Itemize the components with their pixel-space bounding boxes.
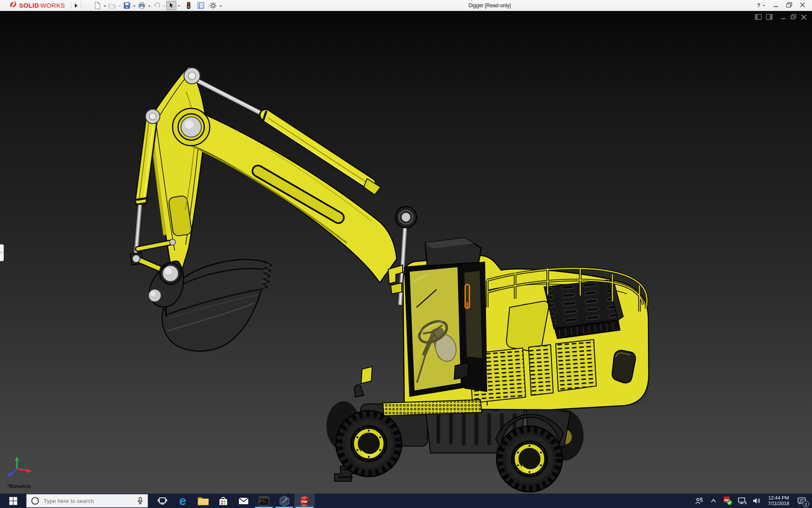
titlebar: SOLIDWORKS xyxy=(0,0,812,11)
feature-panel-tab[interactable] xyxy=(0,244,4,261)
task-view-button[interactable] xyxy=(152,494,173,508)
taskbar-search[interactable] xyxy=(26,494,148,508)
reference-triad xyxy=(8,456,32,477)
taskbar-app-command-prompt[interactable]: C:\_ xyxy=(254,494,274,508)
people-button[interactable] xyxy=(693,494,705,508)
edrawings-hexagon-icon xyxy=(279,495,290,507)
select-dropdown[interactable] xyxy=(177,2,181,9)
help-menu[interactable]: ? xyxy=(757,2,765,8)
network-button[interactable] xyxy=(736,494,749,508)
start-button[interactable] xyxy=(0,494,26,508)
notification-badge: 2 xyxy=(803,501,809,507)
brand-works: WORKS xyxy=(40,2,65,9)
help-label: ? xyxy=(757,2,760,8)
cab-step xyxy=(361,367,372,384)
deck-panel xyxy=(507,301,549,352)
windows-logo-icon xyxy=(9,497,17,505)
new-document-icon xyxy=(93,2,101,9)
command-prompt-icon: C:\_ xyxy=(258,496,269,506)
undo-dropdown[interactable] xyxy=(162,2,166,9)
action-center-button[interactable]: 2 xyxy=(794,494,809,508)
speaker-icon xyxy=(752,497,761,505)
solidworks-logo: SOLIDWORKS xyxy=(0,0,69,11)
mirror-bracket xyxy=(354,385,364,397)
open-button[interactable] xyxy=(107,1,117,10)
rear-window xyxy=(612,351,635,383)
undo-icon xyxy=(153,2,160,9)
open-dropdown[interactable] xyxy=(118,2,121,9)
file-explorer-icon xyxy=(198,496,209,506)
excavator-chassis xyxy=(326,401,584,492)
help-dropdown-icon xyxy=(762,4,765,7)
brand-solid: SOLID xyxy=(19,2,39,9)
excavator-arm xyxy=(130,66,397,351)
gear-icon xyxy=(209,2,217,9)
separator xyxy=(81,1,81,10)
system-tray: SW 12:44 PM 7/11/2018 xyxy=(693,494,812,508)
document-window-controls xyxy=(755,14,807,20)
new-document-button[interactable] xyxy=(92,1,102,10)
graphics-viewport[interactable]: *Dimetric xyxy=(0,11,812,494)
options-button[interactable] xyxy=(208,1,218,10)
undo-button[interactable] xyxy=(151,1,162,10)
taskbar-app-solidworks[interactable]: SW 2017 xyxy=(294,494,315,508)
svg-text:C:\_: C:\_ xyxy=(260,500,266,503)
select-cursor-icon xyxy=(167,2,175,9)
taskbar-app-edge[interactable]: e xyxy=(173,494,193,508)
window-controls: ? xyxy=(757,2,812,9)
main-toolbar xyxy=(92,1,222,10)
chevron-up-icon xyxy=(710,498,717,504)
save-icon xyxy=(123,2,131,9)
cortana-icon xyxy=(31,497,39,505)
task-view-icon xyxy=(157,496,167,505)
toolbar-flyout-arrow[interactable] xyxy=(73,2,79,9)
excavator-model xyxy=(0,11,812,494)
hidden-icons-chevron[interactable] xyxy=(707,494,720,508)
taskbar-app-file-explorer[interactable] xyxy=(193,494,213,508)
restore-button[interactable] xyxy=(786,2,792,9)
stick-arm xyxy=(149,66,206,270)
ethernet-network-icon xyxy=(738,497,747,505)
clock-time: 12:44 PM xyxy=(765,495,793,501)
show-panel-right-button[interactable] xyxy=(766,14,773,20)
minimize-button[interactable] xyxy=(773,2,779,9)
rear-wheel xyxy=(497,426,562,492)
stoplight-icon xyxy=(185,2,192,9)
new-document-dropdown[interactable] xyxy=(103,2,107,9)
rebuild-stoplight-button[interactable] xyxy=(184,1,194,10)
taskbar-clock[interactable]: 12:44 PM 7/11/2018 xyxy=(765,494,793,508)
save-dropdown[interactable] xyxy=(133,2,136,9)
solidworks-monitor-tray[interactable]: SW xyxy=(721,494,734,508)
solidworks-2017-icon: SW 2017 xyxy=(299,495,310,507)
window-title: Digger [Read-only] xyxy=(222,3,757,8)
doc-restore-button[interactable] xyxy=(790,14,797,20)
clock-date: 7/11/2018 xyxy=(765,501,793,506)
solidworks-swoosh-icon xyxy=(9,0,18,11)
print-icon xyxy=(138,2,145,9)
doc-minimize-button[interactable] xyxy=(780,14,786,20)
edge-icon: e xyxy=(179,495,186,507)
taskbar-app-mail[interactable] xyxy=(233,494,254,508)
volume-button[interactable] xyxy=(750,494,763,508)
taskbar-app-edrawings[interactable] xyxy=(274,494,294,508)
search-input[interactable] xyxy=(44,498,133,504)
taskbar-app-store[interactable] xyxy=(213,494,233,508)
solidworks-check-icon: SW xyxy=(723,496,732,505)
display-list-icon xyxy=(197,2,205,9)
save-button[interactable] xyxy=(122,1,132,10)
store-icon xyxy=(218,496,228,506)
show-panel-left-button[interactable] xyxy=(755,14,762,20)
close-button[interactable] xyxy=(800,2,805,9)
people-icon xyxy=(694,497,704,505)
mail-icon xyxy=(238,496,249,505)
taskbar: e C:\_ xyxy=(0,494,812,508)
view-orientation-label: *Dimetric xyxy=(7,483,31,489)
options-dropdown[interactable] xyxy=(219,2,222,9)
microphone-icon[interactable] xyxy=(137,497,143,505)
display-list-button[interactable] xyxy=(196,1,206,10)
print-dropdown[interactable] xyxy=(148,2,151,9)
svg-text:2017: 2017 xyxy=(302,504,307,507)
select-button[interactable] xyxy=(166,1,176,10)
doc-close-button[interactable] xyxy=(801,14,807,20)
print-button[interactable] xyxy=(137,1,147,10)
